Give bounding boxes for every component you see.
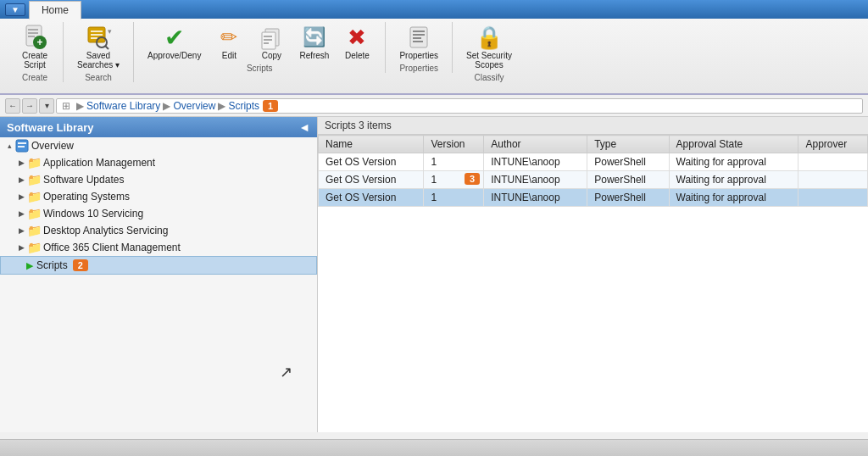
sidebar-collapse-button[interactable]: ◄ — [298, 120, 310, 134]
approve-deny-icon: ✔ — [161, 24, 188, 51]
refresh-label: Refresh — [299, 51, 329, 60]
sidebar-item-overview[interactable]: ▴ Overview — [0, 137, 317, 154]
back-button[interactable]: ← — [5, 98, 20, 114]
row1-approval-state: Waiting for approval — [669, 153, 798, 171]
create-group-label: Create — [22, 73, 47, 82]
edit-icon: ✏ — [215, 24, 242, 51]
overview-label: Overview — [31, 140, 74, 152]
row1-version: 1 — [424, 153, 484, 171]
ribbon-group-properties: Properties Properties — [386, 22, 453, 73]
saved-searches-button[interactable]: ▾ SavedSearches ▾ — [72, 22, 125, 71]
properties-button[interactable]: Properties — [394, 22, 443, 62]
svg-rect-3 — [28, 36, 35, 37]
row2-author: INTUNE\anoop — [484, 171, 587, 189]
table-row[interactable]: Get OS Version 1 INTUNE\anoop PowerShell… — [319, 153, 868, 171]
col-header-version[interactable]: Version — [424, 136, 484, 153]
row2-type: PowerShell — [587, 171, 669, 189]
row3-approval-state: Waiting for approval — [669, 189, 798, 207]
copy-button[interactable]: Copy — [252, 22, 291, 62]
forward-button[interactable]: → — [22, 98, 37, 114]
saved-searches-label: SavedSearches ▾ — [77, 51, 120, 70]
content-header: Scripts 3 items — [318, 117, 868, 135]
col-header-approval-state[interactable]: Approval State — [669, 136, 798, 153]
scripts-label: Scripts — [36, 259, 68, 271]
svg-rect-21 — [413, 37, 421, 39]
ribbon-group-classify: 🔒 Set SecurityScopes Classify — [453, 22, 526, 82]
row3-approver — [798, 189, 868, 207]
sidebar-header: Software Library ◄ — [0, 117, 317, 137]
breadcrumb-overview[interactable]: Overview — [173, 100, 215, 112]
col-header-approver[interactable]: Approver — [798, 136, 868, 153]
breadcrumb-scripts[interactable]: Scripts — [228, 100, 259, 112]
create-script-label: CreateScript — [22, 51, 47, 70]
svg-rect-2 — [28, 32, 38, 34]
delete-label: Delete — [345, 51, 370, 60]
svg-rect-22 — [413, 41, 423, 42]
col-header-name[interactable]: Name — [319, 136, 424, 153]
svg-line-11 — [105, 46, 108, 49]
svg-rect-8 — [91, 34, 103, 36]
sidebar-item-scripts[interactable]: ▶ Scripts 2 — [0, 256, 317, 275]
svg-rect-7 — [91, 31, 103, 32]
ribbon: + CreateScript Create ▾ — [0, 19, 868, 95]
win10-expand-icon: ▶ — [15, 208, 27, 220]
home-tab[interactable]: Home — [29, 1, 81, 19]
delete-button[interactable]: ✖ Delete — [337, 22, 376, 62]
svg-text:▾: ▾ — [108, 27, 112, 36]
svg-rect-16 — [264, 39, 272, 41]
svg-rect-24 — [18, 142, 26, 144]
status-text — [7, 443, 9, 453]
row1-author: INTUNE\anoop — [484, 153, 587, 171]
breadcrumb-sep-3: ▶ — [218, 100, 225, 112]
scripts-group-label: Scripts — [247, 64, 273, 73]
office365-label: Office 365 Client Management — [43, 242, 181, 253]
search-group-label: Search — [85, 73, 112, 82]
row2-name: Get OS Version — [319, 171, 424, 189]
sidebar-item-windows10-servicing[interactable]: ▶ 📁 Windows 10 Servicing — [0, 205, 317, 222]
overview-icon — [15, 139, 29, 153]
software-updates-label: Software Updates — [43, 174, 124, 186]
breadcrumb-path[interactable]: ⊞ ▶ Software Library ▶ Overview ▶ Script… — [56, 98, 863, 114]
row2-approver — [798, 171, 868, 189]
properties-icon — [405, 24, 432, 51]
os-expand-icon: ▶ — [15, 191, 27, 203]
properties-group-label: Properties — [399, 64, 438, 73]
software-updates-folder-icon: 📁 — [27, 173, 41, 186]
col-header-author[interactable]: Author — [484, 136, 587, 153]
scripts-play-icon: ▶ — [26, 260, 33, 271]
table-row[interactable]: Get OS Version 1 3 INTUNE\anoop PowerShe… — [319, 171, 868, 189]
sidebar-item-desktop-analytics[interactable]: ▶ 📁 Desktop Analytics Servicing — [0, 222, 317, 239]
app-menu-button[interactable]: ▼ — [5, 3, 25, 16]
breadcrumb-software-library[interactable]: Software Library — [86, 100, 160, 112]
breadcrumb-dropdown-button[interactable]: ▾ — [39, 98, 54, 114]
sidebar-item-software-updates[interactable]: ▶ 📁 Software Updates — [0, 171, 317, 188]
create-script-icon: + — [21, 24, 48, 51]
app-mgmt-folder-icon: 📁 — [27, 156, 41, 170]
breadcrumb-bar: ← → ▾ ⊞ ▶ Software Library ▶ Overview ▶ … — [0, 95, 868, 117]
row1-approver — [798, 153, 868, 171]
refresh-button[interactable]: 🔄 Refresh — [294, 22, 334, 62]
sidebar-item-application-management[interactable]: ▶ 📁 Application Management — [0, 154, 317, 171]
table-row[interactable]: Get OS Version 1 INTUNE\anoop PowerShell… — [319, 189, 868, 207]
sidebar-item-operating-systems[interactable]: ▶ 📁 Operating Systems — [0, 188, 317, 205]
overview-expand-icon: ▴ — [3, 140, 15, 152]
app-mgmt-expand-icon: ▶ — [15, 157, 27, 169]
edit-button[interactable]: ✏ Edit — [209, 22, 248, 62]
desktop-analytics-expand-icon: ▶ — [15, 225, 27, 236]
set-security-label: Set SecurityScopes — [466, 51, 512, 70]
col-header-type[interactable]: Type — [587, 136, 669, 153]
svg-rect-20 — [413, 34, 425, 36]
create-script-button[interactable]: + CreateScript — [15, 22, 54, 71]
desktop-analytics-folder-icon: 📁 — [27, 224, 41, 237]
table-header-row: Name Version Author Type Approval State … — [319, 136, 868, 153]
title-bar: ▼ Home — [0, 0, 868, 19]
scripts-badge: 2 — [73, 259, 88, 271]
set-security-button[interactable]: 🔒 Set SecurityScopes — [461, 22, 517, 71]
sidebar-item-office365[interactable]: ▶ 📁 Office 365 Client Management — [0, 239, 317, 256]
breadcrumb-sep-1: ▶ — [76, 100, 84, 112]
approve-deny-button[interactable]: ✔ Approve/Deny — [142, 22, 206, 62]
ribbon-group-create: + CreateScript Create — [7, 22, 64, 82]
copy-label: Copy — [262, 51, 281, 60]
svg-rect-9 — [91, 37, 97, 39]
classify-group-label: Classify — [474, 73, 504, 82]
